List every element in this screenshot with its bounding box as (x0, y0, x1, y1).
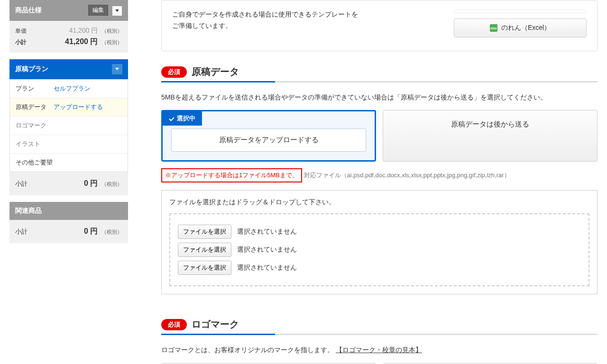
template-download-excel-button[interactable]: xlsx のれん（Excel） (454, 18, 587, 37)
panel-manuscript-plan: 原稿プラン プラン セルフプラン 原稿データ アップロードする ロゴマーク イラ… (9, 59, 128, 195)
template-btn-top-cut[interactable] (454, 9, 587, 14)
file-dropzone[interactable]: ファイルを選択またはドラッグ＆ドロップして下さい。 ファイルを選択 選択されてい… (161, 190, 598, 294)
unit-price-label: 単価 (15, 27, 27, 35)
plan-row-illust[interactable]: イラスト (10, 135, 128, 154)
file-input-row: ファイルを選択 選択されていません (178, 243, 581, 257)
file-status: 選択されていません (237, 246, 297, 254)
chevron-down-icon (115, 9, 119, 12)
file-input-row: ファイルを選択 選択されていません (178, 225, 581, 239)
related-subtotal-value: 0 円 (84, 227, 98, 235)
dropzone-title: ファイルを選択またはドラッグ＆ドロップして下さい。 (169, 198, 589, 207)
plan-subtotal-suffix: （税別） (101, 181, 122, 187)
edit-button[interactable]: 編集 (88, 5, 108, 16)
required-badge: 必須 (161, 319, 187, 330)
plan-row-logo[interactable]: ロゴマーク (10, 117, 128, 135)
template-note-box: ご自身でデータを作成される場合に使用できるテンプレートを ご準備しています。 x… (161, 0, 598, 51)
template-text-line2: ご準備しています。 (172, 20, 454, 32)
related-subtotal-suffix: （税別） (101, 229, 122, 235)
section-title-manuscript: 原稿データ (192, 65, 239, 78)
plan-dropdown-button[interactable] (112, 64, 122, 74)
plan-row-plan[interactable]: プラン セルフプラン (10, 80, 128, 98)
choice-send-later[interactable]: 原稿データは後から送る (383, 110, 598, 162)
panel-product-spec: 商品仕様 編集 単価 41,200 円 （税別） 小計 41, (9, 0, 128, 53)
plan-subtotal-value: 0 円 (84, 179, 98, 187)
file-select-button[interactable]: ファイルを選択 (178, 243, 231, 257)
file-status: 選択されていません (237, 264, 297, 272)
choice-upload[interactable]: 選択中 原稿データをアップロードする (161, 110, 376, 162)
plan-row-other[interactable]: その他ご要望 (10, 154, 128, 172)
chevron-down-icon (115, 68, 119, 70)
unit-price-value: 41,200 円 (69, 27, 98, 34)
section-title-logo: ロゴマーク (192, 318, 239, 331)
file-select-button[interactable]: ファイルを選択 (178, 261, 231, 275)
check-icon (169, 116, 174, 121)
subtotal-value: 41,200 円 (65, 37, 98, 46)
choice-upload-label: 原稿データをアップロードする (171, 128, 366, 152)
manuscript-description: 5MBを超えるファイルを送信される場合やデータの準備ができていない場合は「原稿デ… (161, 92, 598, 102)
related-subtotal-label: 小計 (15, 228, 28, 236)
panel-title: 商品仕様 (15, 6, 42, 15)
unit-price-suffix: （税別） (101, 28, 122, 34)
spec-dropdown-button[interactable] (112, 6, 122, 16)
file-input-row: ファイルを選択 選択されていません (178, 261, 581, 275)
xlsx-file-icon: xlsx (490, 24, 497, 32)
file-select-button[interactable]: ファイルを選択 (178, 225, 231, 239)
plan-row-manuscript[interactable]: 原稿データ アップロードする (10, 98, 128, 117)
panel-title: 関連商品 (15, 207, 42, 215)
subtotal-label: 小計 (15, 38, 27, 46)
logo-sample-link[interactable]: 【ロゴマーク・校章の見本】 (336, 346, 422, 354)
upload-limit-note: ※アップロードする場合は1ファイル5MBまで。 (161, 168, 302, 182)
subtotal-suffix: （税別） (101, 39, 122, 45)
selected-tab: 選択中 (163, 111, 202, 126)
panel-related-products: 関連商品 小計 0 円 （税別） (9, 202, 128, 243)
file-status: 選択されていません (237, 228, 297, 236)
panel-title: 原稿プラン (15, 65, 48, 73)
required-badge: 必須 (161, 66, 187, 78)
supported-files-note: 対応ファイル（ai,psd,pdf,doc,docx,xls,xlsx,ppt,… (304, 172, 510, 179)
plan-subtotal-label: 小計 (15, 180, 28, 188)
section-underline (161, 81, 598, 82)
template-text-line1: ご自身でデータを作成される場合に使用できるテンプレートを (172, 9, 454, 20)
section-underline (161, 334, 598, 335)
logo-description: ロゴマークとは、お客様オリジナルのマークを指します。 (161, 346, 334, 354)
